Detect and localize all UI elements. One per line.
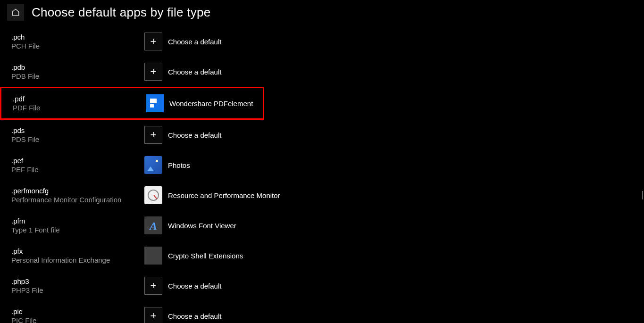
file-type-list: .pchPCH File+Choose a default.pdbPDB Fil…	[0, 25, 644, 323]
app-label: Wondershare PDFelement	[169, 99, 253, 108]
plus-icon[interactable]: +	[144, 307, 162, 323]
header: Choose default apps by file type	[0, 0, 644, 25]
app-label: Choose a default	[168, 38, 221, 46]
fontviewer-icon[interactable]: A	[144, 216, 162, 234]
extension-column: .pfxPersonal Information Exchange	[11, 247, 144, 265]
plus-sign: +	[151, 130, 157, 140]
file-type-row[interactable]: .picPIC File+Choose a default	[11, 301, 644, 323]
plus-sign: +	[151, 311, 157, 321]
extension-column: .pefPEF File	[11, 156, 144, 174]
extension-description: PHP3 File	[11, 286, 144, 295]
extension-description: Performance Monitor Configuration	[11, 195, 144, 205]
plus-icon[interactable]: +	[144, 33, 162, 50]
extension-label: .pfm	[11, 216, 144, 226]
svg-text:A: A	[149, 220, 157, 232]
pdfelement-icon[interactable]	[146, 94, 164, 112]
extension-description: PDB File	[11, 72, 144, 81]
extension-label: .pdf	[13, 94, 146, 104]
extension-label: .pch	[11, 33, 144, 42]
extension-label: .pdb	[11, 63, 144, 72]
extension-description: PEF File	[11, 165, 144, 174]
extension-description: Type 1 Font file	[11, 225, 144, 235]
plus-icon[interactable]: +	[144, 277, 162, 295]
extension-column: .perfmoncfgPerformance Monitor Configura…	[11, 186, 144, 205]
extension-description: PDF File	[13, 103, 146, 113]
extension-label: .pfx	[11, 247, 144, 256]
extension-column: .pdfPDF File	[13, 94, 146, 113]
extension-description: PCH File	[11, 41, 144, 51]
app-label: Crypto Shell Extensions	[168, 252, 243, 260]
file-type-row[interactable]: .pdbPDB File+Choose a default	[11, 57, 644, 87]
extension-column: .pfmType 1 Font file	[11, 216, 144, 235]
app-column[interactable]: +Choose a default	[144, 33, 221, 50]
extension-label: .php3	[11, 277, 144, 286]
photos-icon[interactable]	[144, 156, 162, 174]
extension-column: .pchPCH File	[11, 33, 144, 51]
file-type-row[interactable]: .pdfPDF FileWondershare PDFelement	[0, 87, 264, 120]
app-column[interactable]: +Choose a default	[144, 126, 221, 144]
app-column[interactable]: Photos	[144, 156, 190, 174]
app-column[interactable]: +Choose a default	[144, 63, 221, 81]
crypto-icon[interactable]	[144, 247, 162, 265]
app-column[interactable]: +Choose a default	[144, 277, 221, 295]
file-type-row[interactable]: .pefPEF FilePhotos	[11, 150, 644, 180]
app-label: Choose a default	[168, 131, 221, 139]
app-label: Choose a default	[168, 312, 221, 320]
plus-icon[interactable]: +	[144, 63, 162, 81]
file-type-row[interactable]: .pdsPDS File+Choose a default	[11, 120, 644, 150]
home-button[interactable]	[7, 4, 24, 21]
file-type-row[interactable]: .pfxPersonal Information ExchangeCrypto …	[11, 240, 644, 271]
app-label: Windows Font Viewer	[168, 222, 236, 230]
extension-column: .pdbPDB File	[11, 63, 144, 81]
extension-label: .pic	[11, 307, 144, 316]
extension-column: .picPIC File	[11, 307, 144, 323]
app-column[interactable]: AWindows Font Viewer	[144, 216, 236, 234]
file-type-row[interactable]: .pchPCH File+Choose a default	[11, 26, 644, 57]
file-type-row[interactable]: .pfmType 1 Font fileAWindows Font Viewer	[11, 210, 644, 240]
plus-icon[interactable]: +	[144, 126, 162, 144]
extension-label: .perfmoncfg	[11, 186, 144, 196]
extension-description: PDS File	[11, 135, 144, 144]
extension-column: .php3PHP3 File	[11, 277, 144, 295]
app-label: Choose a default	[168, 282, 221, 290]
extension-column: .pdsPDS File	[11, 126, 144, 144]
page-title: Choose default apps by file type	[32, 5, 211, 20]
extension-description: PIC File	[11, 316, 144, 323]
plus-sign: +	[151, 281, 157, 291]
app-column[interactable]: Crypto Shell Extensions	[144, 247, 243, 265]
plus-sign: +	[151, 36, 157, 47]
file-type-row[interactable]: .php3PHP3 File+Choose a default	[11, 271, 644, 301]
app-column[interactable]: Resource and Performance Monitor	[144, 186, 280, 204]
extension-label: .pef	[11, 156, 144, 166]
app-column[interactable]: Wondershare PDFelement	[146, 94, 253, 112]
app-label: Photos	[168, 161, 190, 169]
app-column[interactable]: +Choose a default	[144, 307, 221, 323]
plus-sign: +	[151, 66, 157, 77]
app-label: Resource and Performance Monitor	[168, 191, 280, 199]
extension-description: Personal Information Exchange	[11, 256, 144, 265]
app-label: Choose a default	[168, 68, 221, 76]
home-icon	[11, 8, 20, 17]
scrollbar-thumb[interactable]	[642, 191, 643, 199]
extension-label: .pds	[11, 126, 144, 135]
perfmon-icon[interactable]	[144, 186, 162, 204]
file-type-row[interactable]: .perfmoncfgPerformance Monitor Configura…	[11, 180, 644, 210]
